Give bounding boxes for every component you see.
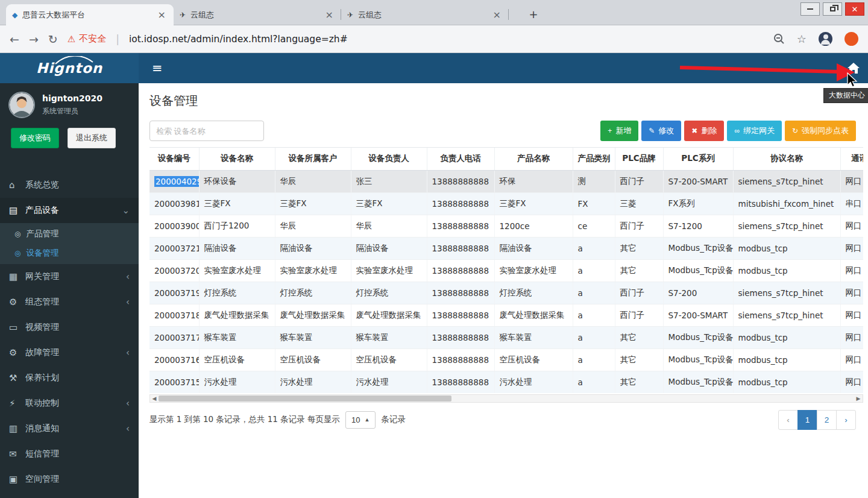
table-row[interactable]: 200003720实验室废水处理实验室废水处理实验室废水处理1388888888… <box>149 259 863 282</box>
submenu-item-product-mgmt[interactable]: ◎产品管理 <box>0 224 139 244</box>
table-row[interactable]: 200003719灯控系统灯控系统灯控系统13888888888灯控系统a西门子… <box>149 282 863 304</box>
sidebar-item-video[interactable]: ▭视频管理 <box>0 315 139 340</box>
cell: 200003900 <box>149 215 199 237</box>
sidebar-item-sms[interactable]: ✉短信管理 <box>0 441 139 467</box>
sidebar-item-linkage[interactable]: ⚡联动控制‹ <box>0 391 139 416</box>
cell: 西门子 <box>615 304 663 326</box>
cell: 网口 <box>840 237 863 259</box>
browser-tab[interactable]: ✈云组态× <box>341 4 509 25</box>
change-password-button[interactable]: 修改密码 <box>11 128 59 148</box>
back-icon[interactable]: ← <box>10 33 19 46</box>
submenu-label: 设备管理 <box>26 248 58 259</box>
toolbar-edit-button[interactable]: ✎修改 <box>641 121 681 141</box>
column-header[interactable]: 设备编号 <box>149 148 199 170</box>
column-header[interactable]: 设备负责人 <box>351 148 427 170</box>
cell: 网口 <box>840 259 863 282</box>
reload-icon[interactable]: ↻ <box>48 33 58 46</box>
security-indicator[interactable]: ⚠ 不安全 <box>68 33 106 45</box>
home-button[interactable] <box>843 53 864 83</box>
tab-close-icon[interactable]: × <box>491 9 503 20</box>
toolbar-bind-gateway-button[interactable]: ∞绑定网关 <box>727 121 782 141</box>
cell: 200003721 <box>149 237 199 259</box>
bookmark-star-icon[interactable]: ☆ <box>797 33 807 45</box>
cloud-scada-favicon: ✈ <box>347 11 353 19</box>
browser-tab[interactable]: ◆思普云大数据平台× <box>6 4 174 25</box>
cell: 200003715 <box>149 371 199 393</box>
column-header[interactable]: 设备名称 <box>199 148 275 170</box>
search-input[interactable] <box>149 121 264 141</box>
horizontal-scrollbar[interactable]: ◀ ▶ <box>149 394 863 403</box>
column-header[interactable]: 负责人电话 <box>427 148 494 170</box>
cell: 其它 <box>615 371 663 393</box>
table-row[interactable]: 200003900西门子1200华辰华辰138888888881200cece西… <box>149 215 863 237</box>
table-row[interactable]: 200003715污水处理污水处理污水处理13888888888污水处理a其它M… <box>149 371 863 393</box>
home-icon <box>848 63 860 74</box>
cell: 西门子 <box>615 215 663 237</box>
table-row[interactable]: 200003716空压机设备空压机设备空压机设备13888888888空压机设备… <box>149 348 863 371</box>
zoom-icon[interactable] <box>773 33 785 45</box>
pager-page-2-button[interactable]: 2 <box>817 410 837 430</box>
tab-close-icon[interactable]: × <box>324 9 335 20</box>
platform-favicon: ◆ <box>12 11 17 19</box>
sidebar-toggle-icon[interactable]: ≡ <box>147 53 168 83</box>
close-button-icon[interactable]: ✕ <box>845 2 864 16</box>
minimize-button-icon[interactable] <box>800 2 820 16</box>
sidebar-item-product-device[interactable]: ▤产品设备⌄ <box>0 198 139 223</box>
pager-prev-button[interactable]: ‹ <box>778 410 798 430</box>
logout-button[interactable]: 退出系统 <box>68 128 116 148</box>
new-tab-button[interactable]: + <box>526 7 541 22</box>
column-header[interactable]: 通讯方式 <box>840 148 863 170</box>
cell: 空压机设备 <box>275 348 351 371</box>
browser-tab[interactable]: ✈云组态× <box>174 4 341 25</box>
cell: 猴车装置 <box>494 326 573 348</box>
cell: 三菱FX <box>199 192 275 215</box>
url-text[interactable]: iot.idosp.net/admin/index.html?language=… <box>129 34 764 45</box>
column-header[interactable]: 产品名称 <box>494 148 573 170</box>
toolbar-add-button[interactable]: +新增 <box>600 121 638 141</box>
scroll-right-icon[interactable]: ▶ <box>854 395 863 402</box>
menu-label: 保养计划 <box>25 373 59 383</box>
cell: 猴车装置 <box>199 326 275 348</box>
column-header[interactable]: PLC系列 <box>663 148 733 170</box>
sidebar-item-fault[interactable]: ⚙故障管理‹ <box>0 340 139 365</box>
cell: 环保 <box>494 170 573 192</box>
menu-label: 系统总览 <box>25 180 59 191</box>
chevron-left-icon: ‹ <box>126 347 130 358</box>
pager-next-button[interactable]: › <box>836 410 856 430</box>
circle-bullet-icon: ◎ <box>14 230 20 238</box>
column-header[interactable]: PLC品牌 <box>615 148 663 170</box>
window-controls: ✕ <box>800 2 864 16</box>
toolbar-delete-button[interactable]: ✖删除 <box>684 121 724 141</box>
browser-extension-icon[interactable] <box>844 32 858 46</box>
sidebar-item-overview[interactable]: ⌂系统总览 <box>0 172 139 198</box>
page-size-dropdown[interactable]: 10 ▲ <box>345 411 376 429</box>
toolbar-button-label: 绑定网关 <box>743 125 775 136</box>
column-header[interactable]: 产品类别 <box>573 148 615 170</box>
scroll-left-icon[interactable]: ◀ <box>150 395 159 402</box>
column-header[interactable]: 协议名称 <box>733 148 840 170</box>
scrollbar-thumb[interactable] <box>159 396 451 402</box>
forward-icon[interactable]: → <box>29 33 39 46</box>
toolbar-force-sync-button[interactable]: ↻强制同步点表 <box>785 121 856 141</box>
table-row[interactable]: 200003717猴车装置猴车装置猴车装置13888888888猴车装置a其它M… <box>149 326 863 348</box>
sidebar-item-maintenance[interactable]: ⚒保养计划 <box>0 365 139 391</box>
cell: 三菱FX <box>494 192 573 215</box>
restore-button-icon[interactable] <box>823 2 842 16</box>
sidebar-item-space[interactable]: ▣空间管理 <box>0 467 139 492</box>
submenu-item-device-mgmt[interactable]: ◎设备管理 <box>0 244 139 263</box>
cell: modbus_tcp <box>733 237 840 259</box>
cell: a <box>573 371 615 393</box>
sidebar-item-message[interactable]: ▥消息通知‹ <box>0 416 139 441</box>
column-header[interactable]: 设备所属客户 <box>275 148 351 170</box>
sidebar-item-gateway[interactable]: ▦网关管理‹ <box>0 264 139 289</box>
table-row[interactable]: 200003721隔油设备隔油设备隔油设备13888888888隔油设备a其它M… <box>149 237 863 259</box>
pager-page-1-button[interactable]: 1 <box>797 410 817 430</box>
cell: Modbus_Tcp设备 <box>663 371 733 393</box>
table-row[interactable]: 200003981三菱FX三菱FX三菱FX13888888888三菱FXFX三菱… <box>149 192 863 215</box>
table-row[interactable]: 200004029环保设备华辰张三13888888888环保测西门子S7-200… <box>149 170 863 192</box>
sidebar-item-scada[interactable]: ⚙组态管理‹ <box>0 289 139 315</box>
tab-close-icon[interactable]: × <box>156 9 168 20</box>
table-row[interactable]: 200003718废气处理数据采集废气处理数据采集废气处理数据采集1388888… <box>149 304 863 326</box>
cell: S7-1200 <box>663 215 733 237</box>
browser-profile-icon[interactable] <box>819 32 832 46</box>
